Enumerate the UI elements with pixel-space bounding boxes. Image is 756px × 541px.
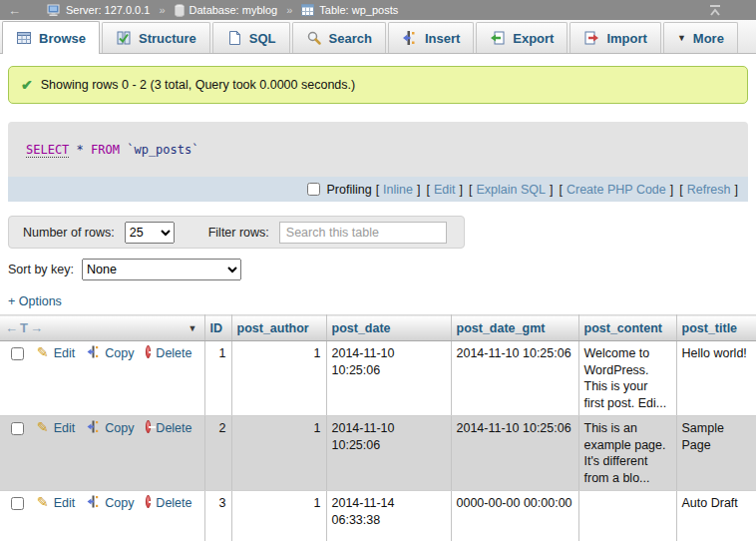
sql-tools-bar: Profiling [ Inline ] [ Edit ] [ Explain … [8,177,748,202]
success-message: ✔ Showing rows 0 - 2 (3 total, Query too… [8,66,748,104]
cell-post-author: 1 [231,341,326,416]
tab-browse[interactable]: Browse [2,21,100,54]
cell-post-date-gmt: 0000-00-00 00:00:00 [451,491,578,541]
delete-row-link[interactable]: Delete [156,345,191,362]
cell-post-content: Welcome to WordPress. This is your first… [578,341,676,416]
tab-label: Browse [39,31,86,46]
row-checkbox[interactable] [11,422,24,435]
delete-icon [146,495,151,508]
row-checkbox[interactable] [11,347,24,360]
column-header-post-date[interactable]: post_date [326,315,451,341]
cell-id: 3 [204,491,231,541]
column-header-post-content[interactable]: post_content [578,315,676,341]
tab-label: Structure [139,31,196,46]
tab-sql[interactable]: SQL [212,22,290,53]
row-count-bar: Number of rows: 25 Filter rows: [8,216,465,249]
delete-icon [146,345,151,358]
cell-post-content [578,491,676,541]
table-row: ✎ Edit Copy Delete 3 1 2014-11-14 06:33:… [0,491,756,541]
refresh-link[interactable]: Refresh [687,183,731,197]
table-row: ✎ Edit Copy Delete 2 1 2014-11-10 10:25:… [0,416,756,491]
bracket: ] [460,183,463,197]
edit-row-link[interactable]: Edit [54,495,76,512]
copy-icon [87,345,100,358]
tab-import[interactable]: Import [569,22,660,53]
tab-more[interactable]: ▼ More [663,22,738,53]
bracket: [ [426,183,429,197]
sort-by-key-row: Sort by key: None [8,259,756,280]
bracket: [ [679,183,682,197]
insert-icon [402,30,418,46]
breadcrumb-server[interactable]: Server: 127.0.0.1 [66,4,150,16]
copy-row-link[interactable]: Copy [105,495,134,512]
cell-post-author: 1 [231,416,326,491]
table-row: ✎ Edit Copy Delete 1 1 2014-11-10 10:25:… [0,341,756,416]
column-header-post-author[interactable]: post_author [231,315,326,341]
number-of-rows-select[interactable]: 25 [125,222,175,244]
pencil-icon: ✎ [37,420,49,434]
cell-post-date-gmt: 2014-11-10 10:25:06 [451,341,578,416]
sql-identifier: `wp_posts` [127,143,198,157]
edit-row-link[interactable]: Edit [54,420,76,437]
profiling-checkbox[interactable] [307,183,320,196]
tab-search[interactable]: Search [292,22,386,53]
filter-rows-input[interactable] [279,222,447,244]
column-action-chevron-icon[interactable]: ▼ [189,323,197,333]
breadcrumb-table: Table: wp_posts [319,4,398,16]
sort-by-key-select[interactable]: None [82,259,241,280]
row-checkbox[interactable] [11,497,24,510]
tab-label: Search [329,31,372,46]
create-php-code-link[interactable]: Create PHP Code [567,183,666,197]
delete-row-link[interactable]: Delete [156,495,191,512]
row-navigation-header[interactable]: ←T→ ▼ [0,315,204,341]
sql-query: SELECT * FROM `wp_posts` [8,122,748,177]
bracket: [ [469,183,472,197]
breadcrumb-separator: » [286,4,292,16]
edit-row-link[interactable]: Edit [54,345,76,362]
cell-post-content: This is an example page. It's different … [578,416,676,491]
breadcrumb: Server: 127.0.0.1 » Database: myblog » T… [47,4,398,17]
collapse-icon[interactable] [708,5,722,16]
filter-rows-label: Filter rows: [208,226,269,240]
cell-post-title: Hello world! [676,341,756,416]
bracket: ] [670,183,673,197]
tab-label: Import [606,31,646,46]
breadcrumb-separator: » [159,4,165,16]
delete-row-link[interactable]: Delete [156,420,191,437]
inline-link[interactable]: Inline [383,183,413,197]
copy-row-link[interactable]: Copy [105,420,134,437]
table-header-row: ←T→ ▼ ID post_author post_date post_date… [0,315,756,341]
cell-id: 1 [204,341,231,416]
tab-export[interactable]: Export [476,22,567,53]
cell-post-date: 2014-11-10 10:25:06 [326,416,451,491]
tab-insert[interactable]: Insert [388,22,474,53]
cell-post-date-gmt: 2014-11-10 10:25:06 [451,416,578,491]
edit-query-link[interactable]: Edit [434,183,456,197]
tab-label: Insert [425,31,460,46]
success-check-icon: ✔ [21,77,33,93]
profiling-label: Profiling [326,183,371,197]
sort-by-key-label: Sort by key: [8,263,74,276]
breadcrumb-bar: ← Server: 127.0.0.1 » Database: myblog »… [0,0,756,20]
sql-keyword-select[interactable]: SELECT [26,143,69,158]
bracket: [ [376,183,379,197]
import-icon [583,30,599,46]
explain-sql-link[interactable]: Explain SQL [476,183,545,197]
column-header-post-title[interactable]: post_title [676,315,756,341]
success-message-text: Showing rows 0 - 2 (3 total, Query took … [41,78,355,92]
browse-icon [16,30,32,46]
sql-query-box: SELECT * FROM `wp_posts` Profiling [ Inl… [8,122,748,202]
tab-label: Export [513,31,554,46]
number-of-rows-label: Number of rows: [23,226,115,240]
cell-post-title: Sample Page [676,416,756,491]
column-header-post-date-gmt[interactable]: post_date_gmt [451,315,578,341]
copy-row-link[interactable]: Copy [105,345,134,362]
column-header-id[interactable]: ID [204,315,231,341]
row-navigation-icon[interactable]: ←T→ [5,320,45,335]
breadcrumb-database[interactable]: Database: myblog [189,4,278,16]
tab-label: SQL [249,31,276,46]
tab-bar: Browse Structure SQL Search Insert Expor… [0,20,756,54]
tab-structure[interactable]: Structure [102,22,210,53]
options-toggle-link[interactable]: + Options [8,294,62,308]
back-arrow-icon[interactable]: ← [8,3,21,18]
